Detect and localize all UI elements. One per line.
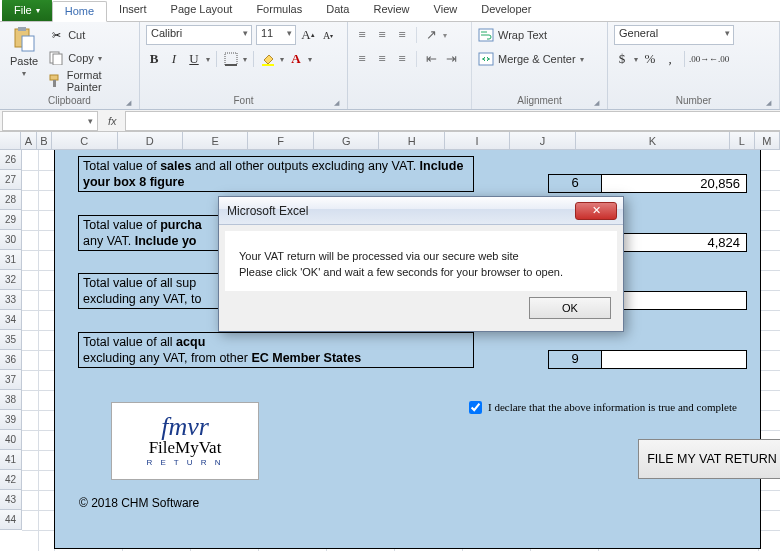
box6-text: Total value of sales and all other outpu… <box>78 156 474 192</box>
tab-file[interactable]: File <box>2 0 52 21</box>
row-header-27[interactable]: 27 <box>0 170 22 190</box>
name-box[interactable] <box>2 111 98 131</box>
align-bottom-icon[interactable]: ≡ <box>394 27 410 43</box>
row-header-28[interactable]: 28 <box>0 190 22 210</box>
box6-value[interactable]: 20,856 <box>601 174 747 193</box>
tab-insert[interactable]: Insert <box>107 0 159 21</box>
dialog-close-button[interactable]: ✕ <box>575 202 617 220</box>
col-header-A[interactable]: A <box>21 132 36 149</box>
format-painter-button[interactable]: Format Painter <box>48 71 133 91</box>
cut-button[interactable]: ✂Cut <box>48 25 133 45</box>
orientation-icon[interactable]: ↗ <box>423 27 439 43</box>
increase-font-icon[interactable]: A▴ <box>300 27 316 43</box>
underline-button[interactable]: U <box>186 51 202 67</box>
col-header-D[interactable]: D <box>118 132 183 149</box>
align-left-icon[interactable]: ≡ <box>354 51 370 67</box>
increase-indent-icon[interactable]: ⇥ <box>443 51 459 67</box>
row-header-37[interactable]: 37 <box>0 370 22 390</box>
col-header-L[interactable]: L <box>730 132 755 149</box>
accounting-format-icon[interactable]: $ <box>614 51 630 67</box>
message-dialog: Microsoft Excel ✕ Your VAT return will b… <box>218 196 624 332</box>
row-header-34[interactable]: 34 <box>0 310 22 330</box>
percent-format-icon[interactable]: % <box>642 51 658 67</box>
row-header-39[interactable]: 39 <box>0 410 22 430</box>
tab-data[interactable]: Data <box>314 0 361 21</box>
merge-center-button[interactable]: Merge & Center▾ <box>478 49 584 69</box>
col-header-B[interactable]: B <box>37 132 52 149</box>
svg-rect-5 <box>50 75 58 80</box>
tab-developer[interactable]: Developer <box>469 0 543 21</box>
dialog-line1: Your VAT return will be processed via ou… <box>239 249 603 265</box>
row-header-26[interactable]: 26 <box>0 150 22 170</box>
box9-value[interactable] <box>601 350 747 369</box>
col-header-E[interactable]: E <box>183 132 248 149</box>
dialog-titlebar[interactable]: Microsoft Excel ✕ <box>219 197 623 225</box>
col-header-J[interactable]: J <box>510 132 575 149</box>
row-header-38[interactable]: 38 <box>0 390 22 410</box>
row-header-42[interactable]: 42 <box>0 470 22 490</box>
paste-button[interactable]: Paste ▾ <box>6 25 42 80</box>
col-header-G[interactable]: G <box>314 132 379 149</box>
align-center-icon[interactable]: ≡ <box>374 51 390 67</box>
comma-format-icon[interactable]: , <box>662 51 678 67</box>
paste-icon <box>11 27 37 53</box>
border-button[interactable] <box>223 51 239 67</box>
svg-rect-6 <box>53 80 56 87</box>
fx-label[interactable]: fx <box>100 111 126 131</box>
filemyvat-logo: fmvr FileMyVat R E T U R N <box>111 402 259 480</box>
row-header-32[interactable]: 32 <box>0 270 22 290</box>
wrap-text-button[interactable]: Wrap Text <box>478 25 547 45</box>
row-header-43[interactable]: 43 <box>0 490 22 510</box>
align-right-icon[interactable]: ≡ <box>394 51 410 67</box>
decrease-decimal-icon[interactable]: ←.00 <box>711 51 727 67</box>
dialog-line2: Please click 'OK' and wait a few seconds… <box>239 265 603 281</box>
row-header-33[interactable]: 33 <box>0 290 22 310</box>
decrease-font-icon[interactable]: A▾ <box>320 27 336 43</box>
increase-decimal-icon[interactable]: .00→ <box>691 51 707 67</box>
copy-button[interactable]: Copy▾ <box>48 48 133 68</box>
box9-text: Total value of all acquexcluding any VAT… <box>78 332 474 368</box>
dialog-title-text: Microsoft Excel <box>227 204 308 218</box>
row-header-35[interactable]: 35 <box>0 330 22 350</box>
row-header-30[interactable]: 30 <box>0 230 22 250</box>
ribbon-tabs: File Home Insert Page Layout Formulas Da… <box>0 0 780 22</box>
select-all-corner[interactable] <box>0 132 21 149</box>
row-header-41[interactable]: 41 <box>0 450 22 470</box>
tab-review[interactable]: Review <box>361 0 421 21</box>
dialog-ok-button[interactable]: OK <box>529 297 611 319</box>
declaration-checkbox[interactable] <box>469 401 482 414</box>
font-color-button[interactable]: A <box>288 51 304 67</box>
tab-home[interactable]: Home <box>52 1 107 22</box>
paste-label: Paste <box>10 55 38 67</box>
row-header-44[interactable]: 44 <box>0 510 22 530</box>
font-family-select[interactable]: Calibri <box>146 25 252 45</box>
align-middle-icon[interactable]: ≡ <box>374 27 390 43</box>
row-header-36[interactable]: 36 <box>0 350 22 370</box>
tab-page-layout[interactable]: Page Layout <box>159 0 245 21</box>
number-format-select[interactable]: General <box>614 25 734 45</box>
decrease-indent-icon[interactable]: ⇤ <box>423 51 439 67</box>
align-top-icon[interactable]: ≡ <box>354 27 370 43</box>
tab-view[interactable]: View <box>422 0 470 21</box>
row-header-29[interactable]: 29 <box>0 210 22 230</box>
fill-color-button[interactable] <box>260 51 276 67</box>
svg-rect-9 <box>262 64 274 66</box>
declaration-row: I declare that the above information is … <box>469 401 769 414</box>
tab-formulas[interactable]: Formulas <box>244 0 314 21</box>
formula-input[interactable] <box>126 111 780 131</box>
row-header-31[interactable]: 31 <box>0 250 22 270</box>
svg-rect-7 <box>225 53 237 65</box>
box6-number: 6 <box>548 174 602 193</box>
font-size-select[interactable]: 11 <box>256 25 296 45</box>
bold-button[interactable]: B <box>146 51 162 67</box>
declaration-text: I declare that the above information is … <box>488 401 737 414</box>
col-header-K[interactable]: K <box>576 132 730 149</box>
col-header-I[interactable]: I <box>445 132 510 149</box>
file-my-vat-button[interactable]: FILE MY VAT RETURN <box>638 439 780 479</box>
col-header-C[interactable]: C <box>52 132 117 149</box>
col-header-H[interactable]: H <box>379 132 444 149</box>
italic-button[interactable]: I <box>166 51 182 67</box>
col-header-F[interactable]: F <box>248 132 313 149</box>
row-header-40[interactable]: 40 <box>0 430 22 450</box>
col-header-M[interactable]: M <box>755 132 780 149</box>
